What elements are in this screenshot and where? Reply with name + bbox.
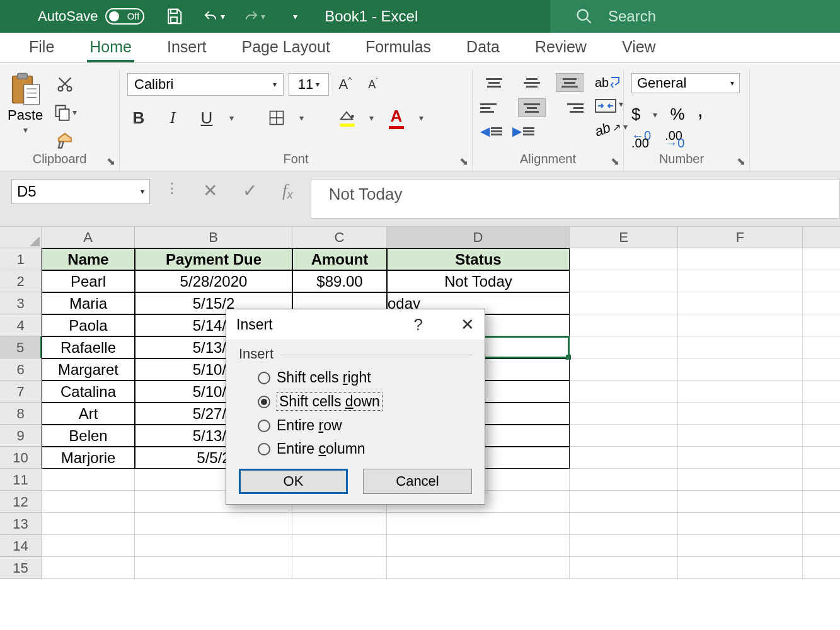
radio-option[interactable]: Shift cells down	[258, 392, 472, 411]
cut-icon[interactable]	[50, 73, 79, 96]
cell[interactable]	[678, 292, 803, 314]
alignment-launcher-icon[interactable]: ⬊	[611, 155, 619, 168]
increase-indent-icon[interactable]: ▶	[512, 123, 534, 139]
cell[interactable]	[42, 469, 135, 491]
autosave-toggle[interactable]: AutoSave Off	[38, 8, 144, 25]
cell[interactable]: Art	[42, 403, 135, 425]
row-header-3[interactable]: 3	[0, 292, 42, 314]
col-header-e[interactable]: E	[570, 227, 678, 248]
cell[interactable]	[135, 513, 292, 535]
radio-option[interactable]: Shift cells right	[258, 369, 472, 386]
col-header-c[interactable]: C	[292, 227, 387, 248]
font-size-dropdown[interactable]: 11▾	[289, 73, 329, 96]
merge-center-icon[interactable]: ▾	[595, 99, 628, 113]
row-header-11[interactable]: 11	[0, 469, 42, 491]
cell[interactable]	[803, 336, 840, 358]
number-launcher-icon[interactable]: ⬊	[737, 155, 745, 168]
cell[interactable]	[570, 557, 678, 579]
row-header-7[interactable]: 7	[0, 381, 42, 403]
cell[interactable]	[803, 469, 840, 491]
cell[interactable]: Maria	[42, 292, 135, 314]
more-options-icon[interactable]: ⋮	[165, 180, 178, 197]
align-middle-icon[interactable]	[518, 73, 546, 92]
cell[interactable]: Not Today	[387, 270, 570, 292]
enter-formula-icon[interactable]: ✓	[243, 180, 257, 201]
col-header-d[interactable]: D	[387, 227, 570, 248]
cell[interactable]	[678, 557, 803, 579]
cell[interactable]	[570, 270, 678, 292]
cell[interactable]: Rafaelle	[42, 336, 135, 358]
col-header-extra[interactable]	[803, 227, 840, 248]
cell[interactable]	[570, 469, 678, 491]
col-header-b[interactable]: B	[135, 227, 292, 248]
radio-option[interactable]: Entire row	[258, 417, 472, 434]
align-bottom-icon[interactable]	[556, 73, 584, 92]
cell[interactable]	[678, 270, 803, 292]
cancel-formula-icon[interactable]: ✕	[203, 180, 217, 201]
cancel-button[interactable]: Cancel	[363, 469, 472, 494]
cell[interactable]	[570, 403, 678, 425]
row-header-6[interactable]: 6	[0, 358, 42, 381]
cell[interactable]	[803, 270, 840, 292]
cell[interactable]	[803, 358, 840, 381]
help-icon[interactable]: ?	[414, 315, 423, 335]
clipboard-launcher-icon[interactable]: ⬊	[106, 155, 115, 168]
cell[interactable]	[678, 491, 803, 513]
save-icon[interactable]	[163, 6, 185, 27]
row-header-14[interactable]: 14	[0, 535, 42, 557]
chevron-down-icon[interactable]: ▾	[23, 125, 28, 135]
cell[interactable]	[42, 535, 135, 557]
cell[interactable]	[570, 358, 678, 381]
chevron-down-icon[interactable]: ▾	[299, 113, 304, 123]
row-header-1[interactable]: 1	[0, 248, 42, 270]
cell[interactable]	[678, 513, 803, 535]
dialog-titlebar[interactable]: Insert ? ✕	[226, 309, 485, 340]
align-right-icon[interactable]	[556, 98, 584, 117]
cell[interactable]	[678, 336, 803, 358]
cell[interactable]: Marjorie	[42, 447, 135, 469]
cell[interactable]	[42, 491, 135, 513]
cell[interactable]	[570, 292, 678, 314]
cell[interactable]	[570, 248, 678, 270]
cell[interactable]	[803, 403, 840, 425]
cell[interactable]: Name	[42, 248, 135, 270]
cell[interactable]	[678, 381, 803, 403]
cell[interactable]	[570, 381, 678, 403]
cell[interactable]	[570, 425, 678, 447]
paste-button[interactable]: Paste ▾	[8, 69, 43, 135]
cell[interactable]	[292, 557, 387, 579]
row-header-12[interactable]: 12	[0, 491, 42, 513]
cell[interactable]	[803, 513, 840, 535]
col-header-f[interactable]: F	[678, 227, 803, 248]
search-box[interactable]: Search	[550, 0, 840, 33]
cell[interactable]	[387, 557, 570, 579]
cell[interactable]	[292, 513, 387, 535]
cell[interactable]: Pearl	[42, 270, 135, 292]
cell[interactable]	[803, 314, 840, 336]
tab-insert[interactable]: Insert	[164, 33, 209, 62]
cell[interactable]	[803, 248, 840, 270]
orientation-icon[interactable]: ab↗▾	[595, 122, 628, 138]
decrease-indent-icon[interactable]: ◀	[480, 123, 502, 139]
font-color-button[interactable]: A	[385, 107, 408, 129]
tab-formulas[interactable]: Formulas	[363, 33, 434, 62]
tab-data[interactable]: Data	[464, 33, 502, 62]
cell[interactable]	[135, 557, 292, 579]
fx-icon[interactable]: fx	[282, 180, 293, 200]
cell[interactable]: Payment Due	[135, 248, 292, 270]
cell[interactable]	[803, 557, 840, 579]
tab-review[interactable]: Review	[532, 33, 589, 62]
cell[interactable]	[678, 314, 803, 336]
cell[interactable]	[678, 248, 803, 270]
cell[interactable]	[678, 469, 803, 491]
cell[interactable]	[570, 535, 678, 557]
cell[interactable]	[387, 513, 570, 535]
cell[interactable]	[803, 535, 840, 557]
close-icon[interactable]: ✕	[461, 315, 475, 335]
align-top-icon[interactable]	[480, 73, 508, 92]
cell[interactable]	[570, 447, 678, 469]
toggle-switch[interactable]: Off	[105, 8, 144, 25]
select-all-corner[interactable]	[0, 227, 42, 248]
number-format-dropdown[interactable]: General▾	[631, 73, 740, 93]
decrease-font-icon[interactable]: Aˇ	[362, 74, 384, 95]
